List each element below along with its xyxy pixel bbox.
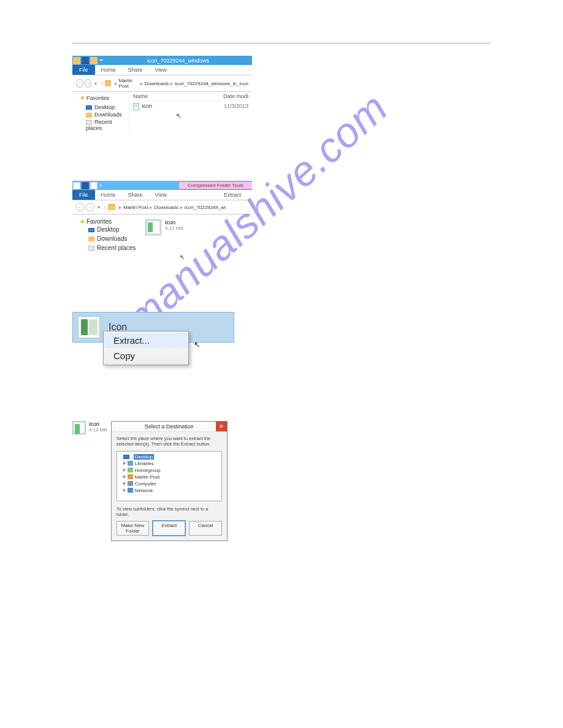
desktop-icon [86, 105, 92, 110]
dropdown-icon [99, 59, 103, 61]
tab-file[interactable]: File [72, 65, 95, 75]
downloads-icon [88, 237, 94, 241]
tab-home[interactable]: Home [95, 190, 122, 200]
tree-item-martin[interactable]: Martin Post [120, 474, 219, 480]
sc2-titlebar: ≡ Compressed Folder Tools [72, 181, 252, 190]
explorer-window-1: icon_70229244_windows File Home Share Vi… [72, 56, 252, 134]
header-rule [72, 43, 491, 44]
tab-home[interactable]: Home [95, 65, 122, 75]
menu-item-extract[interactable]: Extract... [104, 333, 188, 348]
cursor-icon: ↖ [194, 340, 201, 349]
tree-item-desktop[interactable]: Desktop [120, 453, 219, 460]
tab-share[interactable]: Share [122, 190, 149, 200]
file-thumb-icon [72, 421, 86, 434]
recent-icon [88, 246, 94, 251]
compressed-tools-chip: Compressed Folder Tools [179, 182, 252, 189]
breadcrumb: ← → ▾ ↑ ▸ Martin Post ▸ Downloads ▸ icon… [72, 75, 252, 92]
destination-screenshot: Icon 4.12 MB Select a Destination ✕ Sele… [72, 421, 491, 541]
close-icon: ✕ [219, 423, 224, 430]
extract-button[interactable]: Extract [153, 521, 185, 536]
tree-item-homegroup[interactable]: Homegroup [120, 467, 219, 474]
file-name: Icon [89, 421, 107, 427]
make-new-folder-button[interactable]: Make New Folder [117, 521, 149, 536]
sidebar-item-recent[interactable]: Recent places [76, 243, 139, 252]
sc2-sidebar: ★Favorites Desktop Downloads Recent plac… [72, 214, 143, 265]
context-menu: Extract... Copy ↖ [103, 331, 189, 365]
sc2-ribbon: File Home Share View Extract [72, 190, 252, 200]
sc1-titlebar: icon_70229244_windows [72, 56, 252, 65]
nav-up-icon[interactable]: ↑ [101, 81, 103, 86]
disk-icon [82, 57, 89, 64]
file-date: 11/3/2013 [224, 103, 248, 110]
tab-file[interactable]: File [72, 190, 95, 200]
expand-icon[interactable] [123, 482, 126, 485]
qat-dropdown-icon[interactable]: ≡ [99, 183, 102, 188]
expand-icon[interactable] [123, 461, 126, 465]
sidebar-item-downloads[interactable]: Downloads [76, 234, 139, 243]
computer-icon [128, 481, 133, 486]
nav-up-icon[interactable]: ↑ [104, 205, 106, 210]
crumb-1[interactable]: Martin Post [119, 78, 139, 89]
nav-back-icon[interactable]: ← [76, 203, 85, 211]
sidebar-item-desktop[interactable]: Desktop [75, 104, 126, 111]
nav-dropdown-icon[interactable]: ▾ [98, 205, 100, 210]
expand-icon[interactable] [123, 475, 126, 479]
file-thumb-icon [78, 316, 100, 338]
explorer-window-2: ≡ Compressed Folder Tools File Home Shar… [72, 181, 252, 265]
tree-item-computer[interactable]: Computer [120, 480, 219, 487]
tab-share[interactable]: Share [122, 65, 149, 75]
col-date[interactable]: Date modi [223, 93, 248, 99]
folder-icon [105, 80, 111, 86]
tree-item-libraries[interactable]: Libraries [120, 460, 219, 467]
expand-icon[interactable] [123, 468, 126, 472]
cursor-icon: ↖ [176, 112, 248, 119]
col-name[interactable]: Name [133, 93, 223, 99]
user-icon [128, 474, 133, 479]
file-item[interactable]: Icon 4.12 MB [72, 421, 107, 434]
tab-extract[interactable]: Extract [213, 190, 252, 200]
menu-item-copy[interactable]: Copy [104, 348, 188, 363]
close-button[interactable]: ✕ [216, 422, 227, 431]
folder-tree[interactable]: Desktop Libraries Homegroup Martin Post … [117, 451, 222, 501]
context-menu-screenshot: Icon Extract... Copy ↖ [72, 312, 234, 343]
nav-back-icon[interactable]: ← [76, 79, 83, 88]
nav-dropdown-icon[interactable]: ▾ [94, 81, 97, 86]
network-icon [128, 488, 133, 493]
desktop-icon [88, 228, 94, 232]
sidebar-item-recent[interactable]: Recent places [75, 118, 126, 132]
crumb-3[interactable]: icon_70229244_windows_tc_icon [175, 81, 248, 86]
favorites-group[interactable]: ★Favorites [75, 94, 126, 101]
tab-view[interactable]: View [149, 190, 173, 200]
file-row[interactable]: Icon 11/3/2013 [133, 101, 248, 112]
breadcrumb: ← → ▾ ↑ ▸ Martin Post ▸ Downloads ▸ icon… [72, 200, 252, 214]
crumb-2[interactable]: Downloads [145, 81, 169, 86]
crumb-3[interactable]: icon_70229244_wi [185, 205, 226, 210]
nav-fwd-icon[interactable]: → [86, 203, 94, 211]
file-item[interactable]: Icon 4.12 MB [145, 219, 250, 235]
crumb-2[interactable]: Downloads [154, 205, 178, 210]
recent-icon [86, 120, 92, 125]
file-name: Icon [142, 103, 152, 109]
save-icon [82, 182, 89, 189]
libraries-icon [128, 461, 133, 466]
sc1-sidebar: ★Favorites Desktop Downloads Recent plac… [72, 92, 129, 134]
star-icon: ★ [80, 218, 85, 225]
homegroup-icon [128, 468, 133, 472]
expand-icon[interactable] [123, 488, 126, 492]
sidebar-item-downloads[interactable]: Downloads [75, 111, 126, 118]
file-size: 4.12 MB [89, 427, 107, 433]
favorites-group[interactable]: ★Favorites [76, 218, 139, 225]
dialog-title: Select a Destination ✕ [112, 422, 227, 432]
tab-view[interactable]: View [149, 65, 173, 75]
sidebar-item-desktop[interactable]: Desktop [76, 225, 139, 234]
nav-fwd-icon[interactable]: → [85, 79, 92, 88]
app-icon [73, 182, 80, 189]
dialog-hint: To view subfolders, click the symbol nex… [117, 506, 222, 517]
cancel-button[interactable]: Cancel [189, 521, 221, 536]
crumb-1[interactable]: Martin Post [123, 205, 148, 210]
tree-item-network[interactable]: Network [120, 487, 219, 494]
folder2-icon [90, 57, 98, 64]
cursor-icon: ↖ [180, 254, 250, 260]
folder-icon [108, 204, 115, 210]
page-icon [90, 182, 98, 189]
